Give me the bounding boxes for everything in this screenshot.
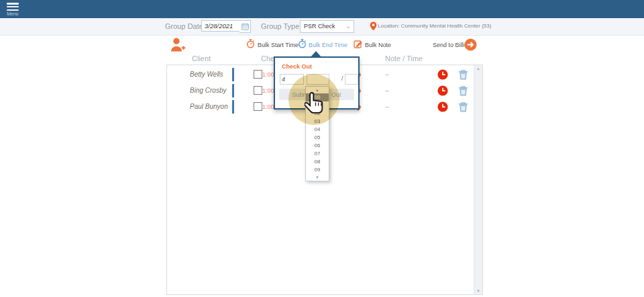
note-time-value: -- xyxy=(385,99,389,114)
row-checkbox[interactable] xyxy=(254,70,262,79)
check-in-time: 1:00 xyxy=(262,99,274,114)
bulk-start-time-button[interactable]: Bulk Start Time xyxy=(258,42,299,48)
dropdown-item[interactable]: 09 xyxy=(306,166,329,174)
group-date-input[interactable] xyxy=(201,20,240,32)
ampm-separator: / xyxy=(341,75,343,82)
group-date-label: Group Date: xyxy=(165,22,205,30)
vertical-scrollbar[interactable]: ▲ ▼ xyxy=(474,65,482,294)
delete-icon[interactable] xyxy=(458,101,468,115)
dropdown-item[interactable]: 04 xyxy=(306,126,329,134)
scroll-up-icon[interactable]: ▲ xyxy=(474,67,482,71)
bulk-note-button[interactable]: Bulk Note xyxy=(365,42,391,48)
group-type-select[interactable]: PSR Check ⌄ xyxy=(300,20,354,33)
bulk-note-edit-icon xyxy=(354,39,363,51)
row-checkbox[interactable] xyxy=(254,86,262,95)
chevron-down-icon: ⌄ xyxy=(345,21,351,32)
dropdown-item[interactable]: 05 xyxy=(306,134,329,142)
group-type-label: Group Type: xyxy=(261,22,301,30)
group-type-value: PSR Check xyxy=(304,23,335,30)
bulk-end-time-button[interactable]: Bulk End Time xyxy=(309,42,347,48)
bulk-end-stopwatch-icon xyxy=(298,39,307,51)
row-checkbox[interactable] xyxy=(254,102,262,111)
row-divider xyxy=(232,68,234,81)
check-column-header: Che xyxy=(261,54,274,62)
alert-clock-icon[interactable] xyxy=(437,69,448,83)
hour-input[interactable] xyxy=(280,74,304,85)
dropdown-scroll-up-icon[interactable]: ▲ xyxy=(306,87,329,93)
top-menu-bar: Menu xyxy=(0,0,644,18)
note-time-column-header: Note / Time xyxy=(385,54,423,62)
menu-label[interactable]: Menu xyxy=(0,11,25,16)
note-time-value: -- xyxy=(385,83,389,98)
dropdown-scroll-down-icon[interactable]: ▼ xyxy=(306,174,329,181)
dropdown-item[interactable]: 00 xyxy=(306,93,329,101)
dropdown-item[interactable]: 03 xyxy=(306,118,329,126)
app-screen: Menu Group Date: Group Type: PSR Check ⌄… xyxy=(0,0,644,297)
delete-icon[interactable] xyxy=(458,85,468,99)
ampm-input[interactable] xyxy=(345,74,358,85)
client-name: Paul Bunyon xyxy=(190,99,228,114)
minute-dropdown-list: ▲ 00 01 02 03 04 05 06 07 08 09 ▼ xyxy=(305,86,329,181)
client-name: Bing Crosby xyxy=(190,83,226,98)
row-divider xyxy=(232,100,234,114)
client-column-header: Client xyxy=(192,54,211,62)
dropdown-item[interactable]: 02 xyxy=(306,110,329,118)
hamburger-menu-icon[interactable] xyxy=(7,3,19,11)
dropdown-item[interactable]: 08 xyxy=(306,158,329,166)
dropdown-item[interactable]: 01 xyxy=(306,101,329,110)
popup-title: Check Out xyxy=(282,63,312,70)
location-text: Location: Community Mental Health Center… xyxy=(378,23,491,29)
minute-input[interactable] xyxy=(307,74,329,85)
dropdown-item[interactable]: 07 xyxy=(306,150,329,158)
send-to-billing-arrow-icon[interactable] xyxy=(464,38,477,54)
alert-clock-icon[interactable] xyxy=(437,85,448,99)
check-in-time: 1:00 xyxy=(262,67,274,82)
location-pin-icon xyxy=(370,22,377,34)
delete-icon[interactable] xyxy=(458,69,468,83)
row-divider xyxy=(232,84,234,97)
add-client-icon[interactable] xyxy=(170,37,186,56)
calendar-icon[interactable] xyxy=(239,20,251,33)
note-time-value: -- xyxy=(385,67,389,82)
scroll-down-icon[interactable]: ▼ xyxy=(474,289,482,293)
check-in-time: 1:00 xyxy=(262,83,274,98)
alert-clock-icon[interactable] xyxy=(437,101,448,115)
filter-bar: Group Date: Group Type: PSR Check ⌄ xyxy=(0,18,644,36)
bulk-start-stopwatch-icon xyxy=(246,39,255,51)
dropdown-item[interactable]: 06 xyxy=(306,142,329,150)
client-name: Betty Wells xyxy=(190,67,223,82)
